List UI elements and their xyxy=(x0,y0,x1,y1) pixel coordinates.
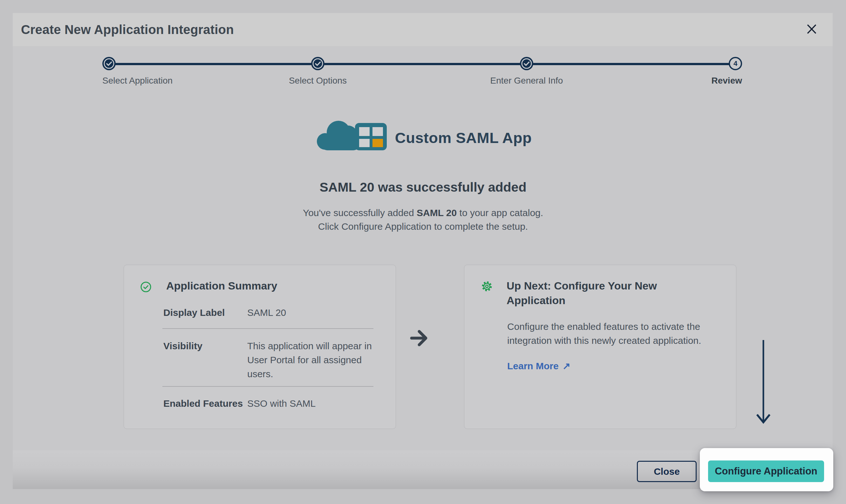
coach-down-arrow-icon xyxy=(756,339,771,433)
app-logo: Custom SAML App xyxy=(0,118,846,152)
app-grid xyxy=(355,123,387,150)
close-icon xyxy=(806,23,817,36)
step-label-select-application: Select Application xyxy=(102,76,173,86)
dialog-header: Create New Application Integration xyxy=(13,13,833,46)
close-button[interactable] xyxy=(805,22,819,37)
gear-icon xyxy=(482,281,492,292)
row-value: SSO with SAML xyxy=(247,397,374,411)
step-2-indicator xyxy=(311,57,324,70)
step-1-indicator xyxy=(102,57,116,70)
summary-card-title: Application Summary xyxy=(166,278,344,293)
cloud-shape xyxy=(317,121,359,150)
success-heading: SAML 20 was successfully added xyxy=(0,180,846,195)
learn-more-link[interactable]: Learn More ↗ xyxy=(507,360,571,372)
external-link-icon: ↗ xyxy=(562,360,571,372)
tour-spotlight: Configure Application xyxy=(700,448,833,491)
step-label-review: Review xyxy=(712,76,742,86)
row-value: SAML 20 xyxy=(247,306,374,320)
summary-table: Display Label SAML 20 Visibility This ap… xyxy=(162,301,374,417)
up-next-title: Up Next: Configure Your New Application xyxy=(507,278,678,308)
summary-row-display-label: Display Label SAML 20 xyxy=(162,301,374,328)
dialog-title: Create New Application Integration xyxy=(21,22,234,37)
step-number: 4 xyxy=(729,57,742,70)
step-3-indicator xyxy=(520,57,533,70)
app-logo-label: Custom SAML App xyxy=(395,129,532,146)
right-arrow-icon xyxy=(409,329,430,349)
up-next-description: Configure the enabled features to activa… xyxy=(507,320,719,348)
success-line1: You've successfully added SAML 20 to you… xyxy=(303,208,543,218)
summary-row-visibility: Visibility This application will appear … xyxy=(162,328,374,386)
learn-more-label: Learn More xyxy=(507,361,559,372)
custom-saml-app-icon xyxy=(314,118,388,153)
success-check-icon xyxy=(141,282,151,292)
check-circle-icon xyxy=(102,66,116,71)
up-next-card: Up Next: Configure Your New Application … xyxy=(464,265,736,429)
success-message: You've successfully added SAML 20 to you… xyxy=(0,206,846,233)
row-value: This application will appear in User Por… xyxy=(247,339,374,381)
step-label-select-options: Select Options xyxy=(289,76,347,86)
row-label: Enabled Features xyxy=(162,397,247,411)
success-line2: Click Configure Application to complete … xyxy=(318,221,528,232)
create-app-integration-dialog: Create New Application Integration xyxy=(0,0,846,504)
row-label: Display Label xyxy=(162,306,247,320)
summary-row-enabled-features: Enabled Features SSO with SAML xyxy=(162,386,374,417)
close-dialog-button[interactable]: Close xyxy=(637,461,697,482)
check-circle-icon xyxy=(520,66,533,71)
application-summary-card: Application Summary Display Label SAML 2… xyxy=(124,265,396,429)
stepper-track xyxy=(109,63,735,65)
check-circle-icon xyxy=(311,66,324,71)
step-label-enter-general-info: Enter General Info xyxy=(490,76,563,86)
row-label: Visibility xyxy=(162,339,247,381)
configure-application-button[interactable]: Configure Application xyxy=(708,461,824,482)
step-4-indicator: 4 xyxy=(729,57,742,70)
